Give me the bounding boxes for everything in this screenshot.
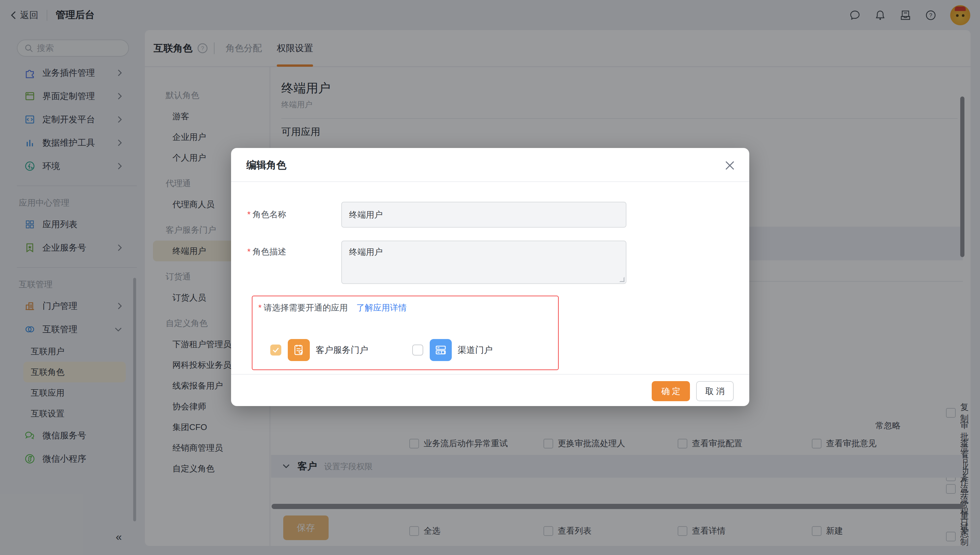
app1-checkbox-checked[interactable]	[270, 345, 281, 356]
role-desc-value: 终端用户	[349, 246, 383, 258]
apps-required-label: *请选择需要开通的应用	[258, 302, 348, 313]
required-asterisk: *	[247, 247, 251, 257]
app2-checkbox-unchecked[interactable]	[412, 345, 423, 356]
confirm-button[interactable]: 确 定	[652, 381, 690, 401]
edit-role-modal: 编辑角色 *角色名称 终端用户 *角色描述 终端用户 *请选择需要开通的应用 了…	[231, 148, 749, 406]
role-desc-label: *角色描述	[247, 246, 286, 257]
role-name-label: *角色名称	[247, 209, 286, 220]
required-asterisk: *	[258, 303, 262, 313]
app1-label: 客户服务门户	[315, 344, 368, 356]
channel-portal-app-icon	[430, 339, 452, 361]
app2-label: 渠道门户	[458, 344, 492, 356]
app-select-error-box: *请选择需要开通的应用 了解应用详情 客户服务门户 渠道门户	[252, 296, 559, 370]
required-asterisk: *	[247, 210, 251, 219]
role-name-input[interactable]: 终端用户	[341, 202, 626, 228]
modal-footer: 确 定 取 消	[231, 374, 749, 406]
app-details-link[interactable]: 了解应用详情	[356, 302, 407, 313]
customer-portal-app-icon	[288, 339, 310, 361]
check-icon	[272, 347, 279, 353]
cancel-button[interactable]: 取 消	[696, 381, 734, 401]
role-desc-textarea[interactable]: 终端用户	[341, 241, 626, 284]
modal-title: 编辑角色	[246, 158, 286, 172]
resize-grip[interactable]	[619, 277, 624, 282]
modal-header: 编辑角色	[231, 148, 749, 182]
close-icon[interactable]	[724, 160, 735, 171]
